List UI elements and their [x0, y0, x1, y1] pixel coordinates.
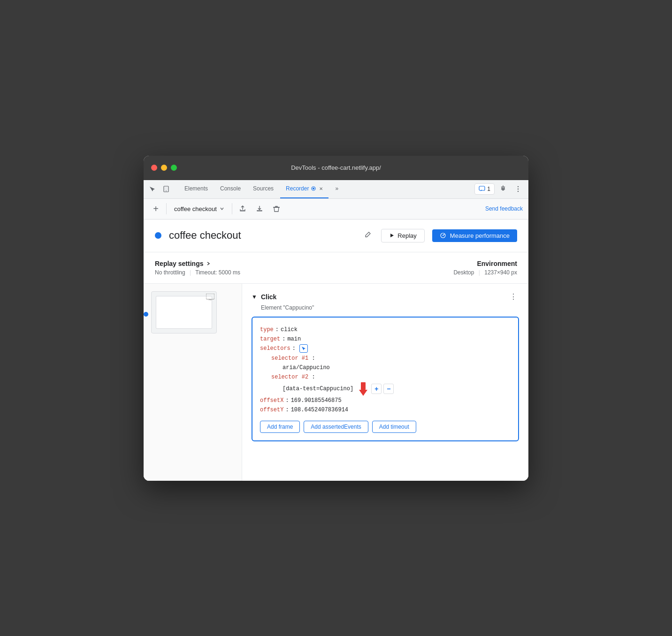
send-feedback-btn[interactable]: Send feedback [485, 205, 523, 212]
selector-remove-btn[interactable]: − [383, 384, 394, 394]
tab-more[interactable]: » [329, 180, 344, 198]
device-icon-btn[interactable] [160, 182, 173, 196]
recorder-header: coffee checkout Replay Measure performan… [144, 220, 528, 252]
step-type-label: Click [261, 293, 504, 301]
more-options-btn[interactable] [512, 182, 525, 196]
step-dot [144, 312, 148, 317]
recording-name: coffee checkout [174, 205, 217, 212]
replay-settings-bar: Replay settings No throttling | Timeout:… [144, 252, 528, 284]
offsetX-colon: : [285, 396, 289, 405]
svg-line-6 [481, 190, 482, 191]
target-key: target [260, 334, 280, 344]
action-buttons: Add frame Add assertedEvents Add timeout [260, 421, 511, 433]
minimize-button[interactable] [161, 165, 167, 171]
selector-add-btn[interactable]: + [371, 384, 382, 394]
replay-btn[interactable]: Replay [381, 229, 424, 242]
code-line-selector1-val: aria/Cappucino [260, 363, 511, 372]
svg-point-9 [518, 191, 519, 192]
svg-point-8 [518, 189, 519, 189]
maximize-button[interactable] [171, 165, 177, 171]
settings-separator: | [190, 269, 191, 276]
code-line-selector2: selector #2 : [260, 372, 511, 382]
code-line-target: target : main [260, 334, 511, 344]
toolbar-divider-1 [166, 203, 167, 214]
recording-selector-dropdown[interactable]: coffee checkout [170, 202, 228, 215]
monitor-icon [206, 294, 214, 300]
chevron-down-icon [220, 206, 224, 211]
gauge-icon [440, 232, 446, 239]
step-header: ▼ Click ⋮ [252, 291, 519, 303]
devtools-window: DevTools - coffee-cart.netlify.app/ Elem… [144, 156, 528, 481]
selectors-colon: : [292, 344, 296, 353]
steps-sidebar [144, 284, 242, 481]
selector-tool-icon[interactable] [299, 344, 308, 353]
tab-elements[interactable]: Elements [179, 180, 214, 198]
red-arrow-indicator [359, 382, 367, 396]
env-separator: | [479, 269, 480, 276]
code-line-selector1: selector #1 : [260, 354, 511, 363]
type-key: type [260, 325, 274, 334]
step-preview-row [151, 291, 234, 337]
offsetX-value: 169.90185546875 [291, 396, 342, 405]
replay-settings-label: Replay settings [155, 260, 203, 267]
recorder-pin-icon [311, 186, 316, 191]
add-frame-btn[interactable]: Add frame [260, 421, 300, 433]
replay-label: Replay [397, 232, 416, 239]
tabs-spacer [344, 180, 474, 198]
recorder-main: coffee checkout Replay Measure performan… [144, 220, 528, 481]
environment-sub: Desktop | 1237×940 px [453, 269, 517, 276]
env-type: Desktop [453, 269, 474, 276]
selector1-key: selector #1 [271, 355, 308, 362]
selector2-value: [data-test=Cappucino] [283, 384, 353, 394]
svg-rect-5 [479, 186, 485, 190]
three-dots-icon [514, 185, 522, 193]
svg-rect-13 [206, 294, 214, 299]
recording-title: coffee checkout [169, 229, 355, 242]
svg-point-12 [443, 235, 443, 236]
tab-recorder-close[interactable]: ✕ [319, 186, 323, 191]
selector2-key: selector #2 [271, 374, 308, 380]
download-icon [256, 205, 263, 212]
settings-icon-btn[interactable] [496, 182, 510, 196]
add-recording-btn[interactable]: + [149, 202, 162, 215]
delete-btn[interactable] [270, 202, 283, 215]
devtools-tabs-right: 1 [474, 180, 527, 198]
chevron-right-icon [206, 261, 211, 266]
trash-icon [273, 205, 280, 212]
add-timeout-btn[interactable]: Add timeout [372, 421, 416, 433]
devtools-tabs-left: Elements Console Sources Recorder ✕ » [145, 180, 344, 198]
timeout-label: Timeout: 5000 ms [195, 269, 240, 276]
throttling-label: No throttling [155, 269, 185, 276]
recorder-toolbar: + coffee checkout Send feedback [144, 199, 528, 220]
selector1-value: aria/Cappucino [283, 364, 330, 371]
code-line-selectors: selectors : [260, 344, 511, 353]
offsetY-colon: : [285, 405, 289, 415]
step-thumbnail [151, 291, 217, 333]
selector1-colon: : [312, 355, 315, 362]
tab-console[interactable]: Console [214, 180, 246, 198]
close-button[interactable] [151, 165, 157, 171]
play-icon [389, 233, 395, 238]
tab-sources[interactable]: Sources [247, 180, 279, 198]
target-val: : [282, 334, 285, 344]
chat-badge-button[interactable]: 1 [474, 183, 495, 195]
replay-settings-title[interactable]: Replay settings [155, 260, 453, 267]
type-value: click [281, 325, 298, 334]
step-preview-inner [156, 296, 212, 329]
replay-settings-sub: No throttling | Timeout: 5000 ms [155, 269, 453, 276]
import-btn[interactable] [253, 202, 266, 215]
cursor-icon-btn[interactable] [145, 182, 159, 196]
edit-title-icon[interactable] [362, 229, 374, 242]
tab-recorder[interactable]: Recorder ✕ [280, 180, 328, 198]
add-asserted-events-btn[interactable]: Add assertedEvents [304, 421, 368, 433]
gear-icon [499, 185, 507, 193]
export-btn[interactable] [236, 202, 249, 215]
code-line-selector2-val: [data-test=Cappucino] + − [260, 382, 511, 396]
code-line-type: type : click [260, 325, 511, 334]
collapse-step-icon[interactable]: ▼ [252, 294, 257, 300]
traffic-lights [151, 165, 177, 171]
offsetX-key: offsetX [260, 396, 283, 405]
svg-point-4 [313, 188, 314, 189]
measure-performance-btn[interactable]: Measure performance [432, 229, 517, 242]
step-menu-btn[interactable]: ⋮ [508, 291, 519, 303]
